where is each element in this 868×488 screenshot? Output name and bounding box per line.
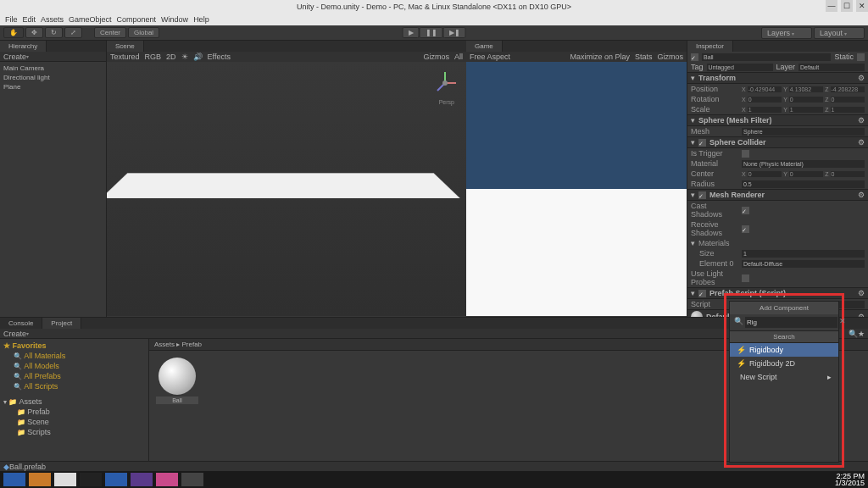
search-icon[interactable]: 🔍 bbox=[849, 330, 858, 338]
scene-gizmos[interactable]: Gizmos bbox=[423, 53, 449, 61]
pivot-center[interactable]: Center bbox=[94, 27, 126, 38]
pos-x[interactable]: -0.429044 bbox=[748, 86, 782, 92]
component-item-rigidbody[interactable]: ⚡Rigidbody bbox=[730, 343, 838, 357]
game-view[interactable] bbox=[466, 62, 687, 316]
gear-icon[interactable]: ⚙ bbox=[858, 116, 865, 125]
pivot-global[interactable]: Global bbox=[128, 27, 159, 38]
fav-item[interactable]: All Materials bbox=[24, 352, 65, 360]
scale-y[interactable]: 1 bbox=[789, 107, 823, 113]
fav-item[interactable]: All Models bbox=[24, 362, 59, 370]
layout-dropdown[interactable]: Layout ▾ bbox=[814, 27, 865, 39]
menu-help[interactable]: Help bbox=[193, 15, 209, 24]
center-z[interactable]: 0 bbox=[831, 171, 865, 177]
transform-header[interactable]: Transform bbox=[698, 74, 736, 82]
probes-checkbox[interactable] bbox=[742, 274, 749, 282]
scene-shading[interactable]: Textured bbox=[110, 53, 140, 61]
pos-y[interactable]: 4.13082 bbox=[789, 86, 823, 92]
component-search-input[interactable] bbox=[745, 317, 837, 328]
clear-search-icon[interactable]: ✕ bbox=[837, 317, 848, 328]
foldout-icon[interactable]: ▾ bbox=[691, 138, 695, 147]
hand-tool[interactable]: ✋ bbox=[3, 27, 24, 38]
play-button[interactable]: ▶ bbox=[403, 27, 420, 38]
scale-tool[interactable]: ⤢ bbox=[64, 27, 82, 38]
layer-dropdown[interactable]: Default bbox=[798, 64, 865, 71]
scale-z[interactable]: 1 bbox=[831, 107, 865, 113]
menu-gameobject[interactable]: GameObject bbox=[69, 15, 112, 24]
foldout-icon[interactable]: ▾ bbox=[691, 74, 695, 82]
folder-item[interactable]: Prefab bbox=[27, 408, 50, 416]
pause-button[interactable]: ❚❚ bbox=[420, 27, 443, 38]
physmat-field[interactable]: None (Physic Material) bbox=[742, 160, 865, 168]
renderer-header[interactable]: Mesh Renderer bbox=[709, 191, 765, 199]
assets-folder[interactable]: Assets bbox=[19, 397, 42, 406]
script-enabled[interactable] bbox=[698, 290, 706, 297]
game-tab[interactable]: Game bbox=[466, 41, 503, 52]
rot-z[interactable]: 0 bbox=[831, 97, 865, 103]
component-item-rigidbody2d[interactable]: ⚡Rigidbody 2D bbox=[730, 357, 838, 370]
center-x[interactable]: 0 bbox=[748, 171, 782, 177]
hierarchy-item[interactable]: Main Camera bbox=[3, 64, 103, 73]
layers-dropdown[interactable]: Layers ▾ bbox=[761, 27, 812, 39]
favorites-header[interactable]: Favorites bbox=[13, 341, 47, 350]
taskbar-app[interactable] bbox=[181, 473, 203, 486]
taskbar-clock[interactable]: 2:25 PM1/3/2015 bbox=[835, 473, 865, 486]
step-button[interactable]: ▶❚ bbox=[443, 27, 466, 38]
mat-size-field[interactable]: 1 bbox=[742, 250, 865, 258]
game-aspect[interactable]: Free Aspect bbox=[470, 53, 510, 61]
asset-item[interactable]: Ball bbox=[156, 358, 198, 404]
foldout-icon[interactable]: ▾ bbox=[691, 289, 695, 297]
game-stats[interactable]: Stats bbox=[635, 53, 653, 61]
center-y[interactable]: 0 bbox=[789, 171, 823, 177]
hierarchy-item[interactable]: Plane bbox=[3, 82, 103, 92]
gear-icon[interactable]: ⚙ bbox=[858, 191, 865, 199]
menu-window[interactable]: Window bbox=[161, 15, 188, 24]
cast-shadows-checkbox[interactable] bbox=[742, 207, 749, 214]
gear-icon[interactable]: ⚙ bbox=[858, 74, 865, 82]
foldout-icon[interactable]: ▾ bbox=[691, 239, 695, 247]
scene-audio-icon[interactable]: 🔊 bbox=[193, 53, 203, 61]
close-button[interactable]: ✕ bbox=[856, 0, 868, 12]
fav-item[interactable]: All Scripts bbox=[24, 382, 58, 391]
hierarchy-item[interactable]: Directional light bbox=[3, 73, 103, 82]
gear-icon[interactable]: ⚙ bbox=[858, 289, 865, 297]
taskbar-app[interactable] bbox=[156, 473, 178, 486]
foldout-icon[interactable]: ▾ bbox=[691, 116, 695, 125]
scene-render-mode[interactable]: RGB bbox=[145, 53, 162, 61]
radius-field[interactable]: 0.5 bbox=[742, 180, 865, 188]
filter-icon[interactable]: ★ bbox=[858, 330, 865, 338]
folder-item[interactable]: Scene bbox=[27, 418, 49, 426]
trigger-checkbox[interactable] bbox=[742, 150, 749, 158]
menu-assets[interactable]: Assets bbox=[41, 15, 64, 24]
orientation-gizmo[interactable] bbox=[432, 70, 458, 96]
recv-shadows-checkbox[interactable] bbox=[742, 225, 749, 233]
scene-2d-toggle[interactable]: 2D bbox=[166, 53, 176, 61]
tag-dropdown[interactable]: Untagged bbox=[707, 64, 773, 71]
move-tool[interactable]: ✥ bbox=[25, 27, 43, 38]
taskbar-app[interactable] bbox=[29, 473, 51, 486]
mat-el0-field[interactable]: Default-Diffuse bbox=[742, 260, 865, 268]
scene-effects[interactable]: Effects bbox=[208, 53, 231, 61]
inspector-tab[interactable]: Inspector bbox=[687, 41, 733, 52]
scene-lighting-icon[interactable]: ☀ bbox=[181, 53, 188, 61]
script-header[interactable]: Prefab Script (Script) bbox=[709, 289, 786, 297]
hierarchy-tab[interactable]: Hierarchy bbox=[0, 41, 47, 52]
gear-icon[interactable]: ⚙ bbox=[858, 138, 865, 147]
component-item-newscript[interactable]: New Script▸ bbox=[730, 370, 838, 384]
rot-y[interactable]: 0 bbox=[789, 97, 823, 103]
gameobject-name-field[interactable]: Ball bbox=[702, 53, 831, 61]
menu-file[interactable]: File bbox=[5, 15, 18, 24]
taskbar-app[interactable] bbox=[105, 473, 127, 486]
pos-z[interactable]: -4.208228 bbox=[831, 86, 865, 92]
gear-icon[interactable]: ⚙ bbox=[858, 313, 865, 317]
taskbar-app[interactable] bbox=[131, 473, 153, 486]
foldout-icon[interactable]: ▾ bbox=[691, 191, 695, 199]
game-maximize[interactable]: Maximize on Play bbox=[570, 53, 630, 61]
rotate-tool[interactable]: ↻ bbox=[45, 27, 63, 38]
taskbar-app[interactable] bbox=[80, 473, 102, 486]
collider-header[interactable]: Sphere Collider bbox=[709, 138, 766, 147]
taskbar-app[interactable] bbox=[54, 473, 76, 486]
mesh-field[interactable]: Sphere bbox=[742, 128, 865, 136]
project-create[interactable]: Create bbox=[3, 330, 26, 338]
scene-search-all[interactable]: All bbox=[454, 53, 463, 61]
scene-view[interactable]: Persp bbox=[107, 62, 466, 316]
